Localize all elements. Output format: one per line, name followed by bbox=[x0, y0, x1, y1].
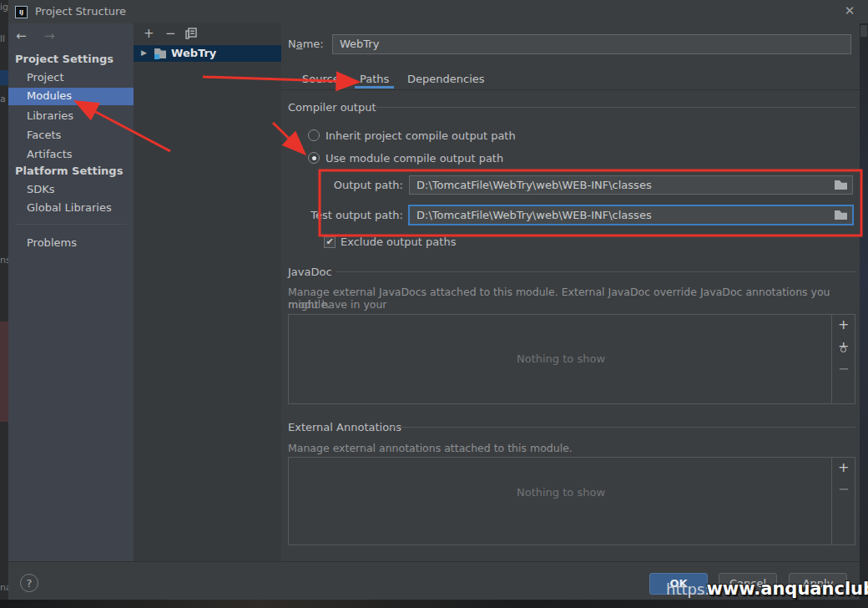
background-app-left-edge: ig ll a ns na bbox=[0, 0, 8, 608]
browse-folder-icon[interactable] bbox=[835, 209, 848, 220]
test-output-path-label: Test output path: bbox=[288, 209, 403, 221]
copy-module-icon[interactable] bbox=[185, 28, 197, 43]
module-folder-icon bbox=[154, 48, 166, 58]
watermark-domain: www.anquanclub.cn bbox=[706, 579, 868, 599]
external-annotations-section-title: External Annotations bbox=[288, 421, 401, 433]
output-path-label: Output path: bbox=[288, 179, 403, 191]
remove-annotation-root-icon[interactable]: − bbox=[838, 481, 849, 497]
add-javadoc-icon[interactable]: + bbox=[838, 317, 849, 332]
remove-javadoc-icon[interactable]: − bbox=[838, 361, 849, 377]
expand-chevron-icon[interactable]: ▶ bbox=[141, 48, 147, 57]
tab-separator bbox=[281, 89, 860, 90]
sidebar-item-sdks[interactable]: SDKs bbox=[27, 183, 55, 195]
sidebar-item-project[interactable]: Project bbox=[27, 71, 63, 84]
exclude-output-checkbox[interactable]: ✔ bbox=[324, 236, 336, 248]
tab-paths[interactable]: Paths bbox=[360, 73, 389, 85]
output-path-input[interactable]: D:\TomcatFile\WebTry\web\WEB-INF\classes bbox=[409, 175, 853, 195]
radio-use-module-label[interactable]: Use module compile output path bbox=[326, 152, 503, 165]
empty-list-message: Nothing to show bbox=[289, 352, 833, 365]
compiler-output-section-title: Compiler output bbox=[288, 101, 376, 114]
selected-tab-indicator bbox=[355, 86, 394, 89]
sidebar-item-libraries[interactable]: Libraries bbox=[27, 109, 73, 122]
background-bottom-edge bbox=[0, 600, 868, 608]
javadoc-section-title: JavaDoc bbox=[288, 266, 332, 278]
empty-list-message: Nothing to show bbox=[289, 486, 833, 499]
bg-image-sliver bbox=[0, 322, 8, 422]
module-tree-row-webtry[interactable]: ▶ WebTry bbox=[134, 45, 281, 62]
bg-text-fragment: ll bbox=[0, 33, 5, 44]
bg-text-fragment: a bbox=[0, 94, 6, 104]
sidebar-item-global-libraries[interactable]: Global Libraries bbox=[27, 201, 112, 214]
module-name-input[interactable]: WebTry bbox=[332, 34, 851, 54]
tab-dependencies[interactable]: Dependencies bbox=[407, 73, 485, 85]
javadoc-description-line2: module. bbox=[288, 298, 331, 311]
radio-inherit-output[interactable] bbox=[308, 129, 320, 141]
annotations-list-toolbar: + − bbox=[831, 458, 855, 545]
section-rule bbox=[388, 427, 855, 428]
tab-sources[interactable]: Sources bbox=[302, 73, 345, 85]
annotations-description: Manage external annotations attached to … bbox=[288, 442, 573, 454]
exclude-output-label[interactable]: Exclude output paths bbox=[341, 236, 456, 248]
watermark-url-prefix: https: bbox=[666, 580, 709, 598]
forward-arrow-icon: → bbox=[44, 28, 55, 43]
title-bar: IJ Project Structure ✕ bbox=[8, 0, 868, 23]
sidebar-item-label: Modules bbox=[27, 89, 72, 102]
bg-text-fragment: ns bbox=[0, 255, 8, 266]
sidebar-group-project-settings: Project Settings bbox=[15, 53, 114, 65]
project-structure-dialog: ig ll a ns na IJ Project Structure ✕ ← →… bbox=[0, 0, 868, 608]
intellij-logo-icon: IJ bbox=[15, 6, 28, 18]
javadoc-list-toolbar: + + − bbox=[831, 315, 855, 403]
test-output-path-input[interactable]: D:\TomcatFile\WebTry\web\WEB-INF\classes bbox=[409, 205, 853, 225]
bg-text-fragment: na bbox=[0, 582, 8, 593]
add-module-icon[interactable]: + bbox=[144, 26, 154, 41]
settings-sidebar: ← → Project Settings Project Modules Lib… bbox=[8, 23, 134, 561]
add-annotation-root-icon[interactable]: + bbox=[838, 459, 849, 475]
background-app-right-edge bbox=[860, 0, 868, 608]
window-title: Project Structure bbox=[35, 5, 126, 18]
bg-text-fragment: ig bbox=[0, 2, 8, 13]
section-rule bbox=[376, 107, 855, 108]
browse-folder-icon[interactable] bbox=[835, 179, 848, 190]
globe-icon bbox=[840, 347, 846, 352]
sidebar-group-platform-settings: Platform Settings bbox=[15, 165, 123, 177]
help-button[interactable]: ? bbox=[20, 574, 38, 592]
javadoc-list[interactable]: Nothing to show + + − bbox=[288, 314, 855, 404]
module-name-label: WebTry bbox=[171, 47, 216, 59]
module-editor-panel: Name: WebTry Sources Paths Dependencies … bbox=[281, 23, 860, 561]
sidebar-item-modules[interactable]: Modules bbox=[8, 88, 134, 105]
javadoc-description-line1: Manage external JavaDocs attached to thi… bbox=[288, 286, 860, 311]
close-icon[interactable]: ✕ bbox=[840, 3, 860, 20]
remove-module-icon[interactable]: − bbox=[165, 26, 176, 41]
radio-inherit-label[interactable]: Inherit project compile output path bbox=[326, 129, 516, 142]
back-arrow-icon[interactable]: ← bbox=[16, 28, 27, 43]
bg-scrollbar-sliver bbox=[860, 25, 867, 37]
bg-highlight-row bbox=[0, 70, 8, 85]
radio-use-module-output[interactable] bbox=[308, 152, 320, 164]
sidebar-item-artifacts[interactable]: Artifacts bbox=[27, 148, 73, 160]
annotations-list[interactable]: Nothing to show + − bbox=[288, 457, 855, 545]
section-rule bbox=[336, 271, 855, 272]
sidebar-separator bbox=[15, 224, 127, 225]
sidebar-item-problems[interactable]: Problems bbox=[27, 236, 77, 249]
watermark: https:www.anquanclub.cn bbox=[666, 579, 868, 599]
sidebar-item-facets[interactable]: Facets bbox=[27, 129, 61, 141]
name-label: Name: bbox=[288, 38, 324, 50]
module-tree-panel: + − ▶ WebTry bbox=[134, 23, 281, 561]
